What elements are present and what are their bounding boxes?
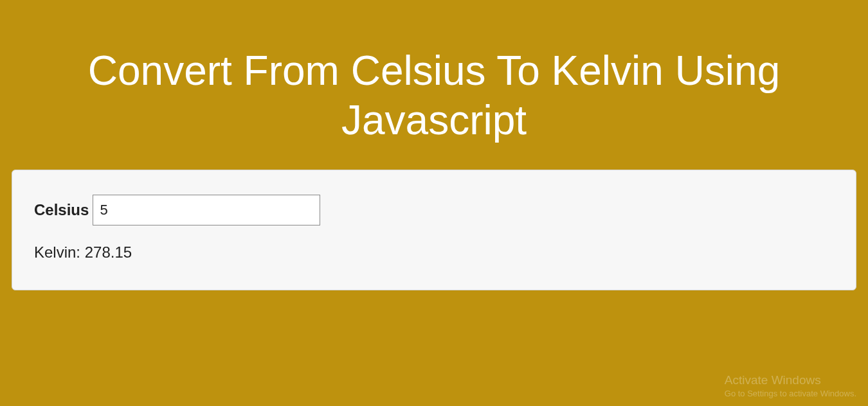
watermark-title: Activate Windows	[725, 373, 856, 387]
activate-windows-watermark: Activate Windows Go to Settings to activ…	[725, 373, 856, 398]
celsius-input-row: Celsius	[34, 195, 834, 225]
converter-card: Celsius Kelvin: 278.15	[12, 170, 856, 290]
kelvin-result: Kelvin: 278.15	[34, 243, 834, 261]
celsius-label: Celsius	[34, 201, 89, 219]
watermark-subtitle: Go to Settings to activate Windows.	[725, 389, 856, 398]
page-title: Convert From Celsius To Kelvin Using Jav…	[12, 46, 856, 145]
celsius-input[interactable]	[93, 195, 320, 225]
